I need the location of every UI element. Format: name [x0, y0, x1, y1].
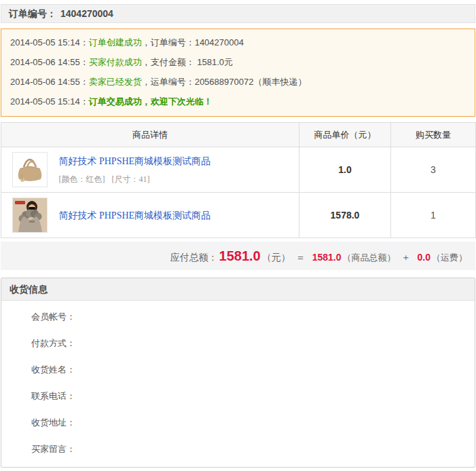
order-products-table: 商品详情 商品单价（元） 购买数量 — [1, 122, 476, 238]
table-header-row: 商品详情 商品单价（元） 购买数量 — [1, 123, 476, 147]
shipping-fee-amount: 0.0 — [418, 252, 431, 263]
total-amount: 1581.0 — [219, 248, 261, 263]
timeline-event: 2014-05-06 14:55：买家付款成功，支付金额： 1581.0元 — [10, 56, 466, 69]
col-header-quantity: 购买数量 — [391, 123, 476, 147]
event-detail: ，支付金额： 1581.0元 — [142, 57, 233, 67]
product-title-link[interactable]: 简好技术 PHPSHE商城模板测试商品 — [58, 156, 210, 166]
order-number-header: 订单编号：1404270004 — [1, 4, 475, 23]
shipping-fee-label: （运费） — [432, 252, 467, 263]
field-label: 收货地址： — [31, 417, 75, 428]
attr-size: [尺寸：41] — [111, 174, 149, 184]
goods-total-amount: 1581.0 — [312, 252, 342, 263]
col-header-product-detail: 商品详情 — [1, 123, 299, 147]
field-receiver-name: 收货姓名： — [31, 356, 475, 383]
fur-coat-product-image[interactable] — [12, 197, 48, 233]
product-title-link[interactable]: 简好技术 PHPSHE商城模板测试商品 — [58, 210, 210, 221]
total-label: 应付总额： — [170, 252, 218, 263]
timeline-event: 2014-05-06 14:55：卖家已经发货，运单编号：20568897007… — [10, 76, 466, 88]
event-detail: ，订单编号：1404270004 — [142, 37, 244, 48]
field-label: 付款方式： — [31, 338, 75, 348]
product-attributes: [颜色：红色][尺寸：41] — [58, 174, 210, 185]
shipping-info-body: 会员帐号： 付款方式： 收货姓名： 联系电话： 收货地址： 买家留言： — [1, 301, 475, 462]
event-status: 订单创建成功 — [89, 37, 142, 48]
field-label: 会员帐号： — [31, 312, 75, 322]
table-row: 简好技术 PHPSHE商城模板测试商品 [颜色：红色][尺寸：41] 1.0 3 — [1, 147, 476, 193]
field-label: 联系电话： — [31, 391, 75, 401]
event-status: 订单交易成功，欢迎下次光临！ — [89, 96, 213, 107]
order-status-timeline: 2014-05-05 15:14：订单创建成功，订单编号：1404270004 … — [1, 29, 475, 117]
unit-price-cell: 1578.0 — [299, 193, 391, 238]
shipping-info-title: 收货信息 — [1, 278, 475, 301]
product-info: 简好技术 PHPSHE商城模板测试商品 [颜色：红色][尺寸：41] — [58, 155, 210, 185]
event-status: 买家付款成功 — [89, 57, 142, 67]
handbag-product-image[interactable] — [12, 152, 48, 187]
event-time: 2014-05-05 15:14： — [10, 96, 89, 107]
attr-color: [颜色：红色] — [58, 174, 105, 184]
timeline-event-final: 2014-05-05 15:14：订单交易成功，欢迎下次光临！ — [10, 96, 466, 108]
order-number-value: 1404270004 — [60, 8, 113, 19]
event-time: 2014-05-06 14:55： — [10, 57, 89, 67]
field-contact-phone: 联系电话： — [31, 383, 475, 409]
order-total-bar: 应付总额：1581.0（元）＝1581.0（商品总额）＋0.0（运费） — [1, 242, 475, 270]
col-header-unit-price: 商品单价（元） — [299, 123, 391, 147]
event-status: 卖家已经发货 — [89, 77, 142, 87]
field-member-account: 会员帐号： — [31, 303, 475, 330]
field-shipping-address: 收货地址： — [31, 409, 475, 436]
order-detail-page: 订单编号：1404270004 2014-05-05 15:14：订单创建成功，… — [0, 0, 476, 471]
timeline-event: 2014-05-05 15:14：订单创建成功，订单编号：1404270004 — [10, 37, 466, 49]
table-row: 简好技术 PHPSHE商城模板测试商品 1578.0 1 — [1, 193, 476, 238]
event-detail: ，运单编号：205688970072（顺丰快递） — [142, 77, 307, 87]
field-payment-method: 付款方式： — [31, 330, 475, 356]
goods-total-label: （商品总额） — [343, 252, 396, 263]
shipping-info-section: 收货信息 会员帐号： 付款方式： 收货姓名： 联系电话： 收货地址： 买家留言： — [1, 278, 475, 468]
product-info: 简好技术 PHPSHE商城模板测试商品 — [58, 209, 210, 222]
equals-sign: ＝ — [296, 252, 306, 263]
quantity-cell: 3 — [391, 147, 476, 193]
unit-price-cell: 1.0 — [299, 147, 391, 193]
order-number-label: 订单编号： — [9, 8, 56, 19]
quantity-cell: 1 — [391, 193, 476, 238]
plus-sign: ＋ — [401, 252, 411, 263]
field-label: 买家留言： — [31, 444, 75, 454]
field-label: 收货姓名： — [31, 364, 75, 375]
field-buyer-message: 买家留言： — [31, 436, 475, 462]
event-time: 2014-05-06 14:55： — [10, 77, 89, 87]
total-unit: （元） — [262, 252, 291, 263]
event-time: 2014-05-05 15:14： — [10, 37, 89, 48]
